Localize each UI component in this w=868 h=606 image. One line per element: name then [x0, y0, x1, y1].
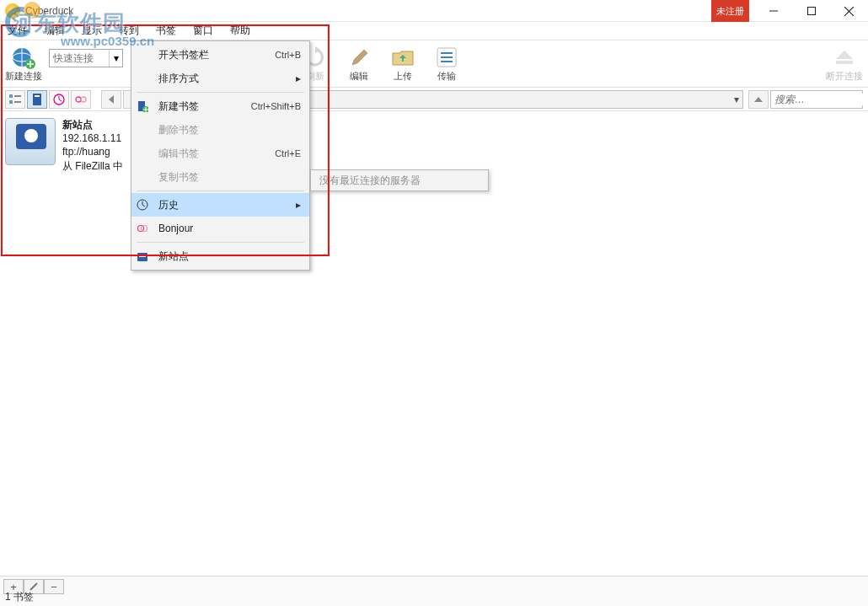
menu-toggle-bookmark-bar[interactable]: 开关书签栏 Ctrl+B — [131, 43, 309, 67]
menu-delete-bookmark: 删除书签 — [131, 118, 309, 142]
menu-file[interactable]: 文件 — [5, 22, 30, 40]
svg-rect-43 — [139, 255, 146, 257]
clock-icon — [137, 199, 152, 211]
bookmark-source: 从 FileZilla 中 — [62, 159, 123, 173]
svg-marker-30 — [109, 95, 114, 104]
bookmark-host: 192.168.1.11 — [62, 131, 123, 145]
bonjour-icon — [137, 223, 152, 234]
menu-history[interactable]: 历史 ▸ — [131, 193, 309, 217]
eject-icon — [831, 46, 858, 69]
menu-goto[interactable]: 转到 — [116, 22, 142, 40]
view-outline-button[interactable] — [5, 90, 25, 109]
app-icon — [5, 3, 20, 19]
history-submenu: 没有最近连接的服务器 — [310, 169, 489, 191]
bookmark-url: ftp://huang — [62, 145, 123, 158]
disconnect-button[interactable]: 断开连接 — [826, 46, 863, 83]
status-bar: + − 1 书签 — [0, 576, 868, 606]
quick-connect-dropdown[interactable]: ▾ — [109, 50, 122, 67]
svg-rect-22 — [14, 101, 21, 103]
new-connection-button[interactable]: 新建连接 — [5, 46, 42, 83]
edit-button[interactable]: 编辑 — [340, 46, 378, 83]
chevron-right-icon: ▸ — [296, 199, 301, 211]
quick-connect-input[interactable] — [50, 52, 109, 64]
menu-bonjour[interactable]: Bonjour — [131, 217, 309, 240]
svg-line-2 — [844, 7, 854, 16]
menu-bookmark[interactable]: 书签 — [153, 22, 179, 40]
svg-line-3 — [844, 7, 854, 16]
menu-help[interactable]: 帮助 — [228, 22, 253, 40]
svg-point-28 — [76, 97, 81, 102]
drive-icon — [5, 118, 56, 165]
svg-rect-19 — [9, 94, 13, 98]
menu-bar: 文件 编辑 显示 转到 书签 窗口 帮助 — [0, 22, 868, 40]
folder-up-icon — [389, 46, 416, 69]
nav-up-button[interactable] — [748, 90, 769, 109]
menu-new-site[interactable]: 新站点 — [131, 244, 309, 268]
svg-rect-20 — [14, 95, 21, 97]
quick-connect[interactable]: ▾ — [49, 49, 123, 67]
menu-window[interactable]: 窗口 — [190, 22, 216, 40]
svg-rect-21 — [9, 100, 13, 104]
svg-marker-11 — [352, 50, 367, 65]
bookmark-menu: 开关书签栏 Ctrl+B 排序方式 ▸ 新建书签 Ctrl+Shift+B 删除… — [131, 40, 310, 271]
search-box[interactable]: 🔍 — [770, 90, 863, 109]
globe-plus-icon — [10, 46, 37, 69]
chevron-right-icon: ▸ — [296, 72, 301, 84]
svg-line-44 — [30, 583, 37, 590]
search-input[interactable] — [774, 94, 868, 105]
svg-rect-1 — [807, 8, 815, 15]
chevron-down-icon: ▾ — [734, 94, 739, 105]
bookmark-name: 新站点 — [62, 118, 123, 131]
svg-marker-17 — [836, 51, 853, 59]
menu-edit[interactable]: 编辑 — [42, 22, 67, 40]
svg-point-29 — [81, 97, 86, 102]
svg-rect-18 — [836, 61, 853, 64]
maximize-button[interactable] — [792, 0, 830, 22]
view-bookmark-button[interactable] — [27, 90, 47, 109]
status-text: 1 书签 — [5, 590, 34, 604]
app-title: Cyberduck — [25, 5, 73, 17]
remove-button[interactable]: − — [44, 579, 64, 594]
transfer-button[interactable]: 传输 — [428, 46, 465, 83]
svg-line-27 — [59, 99, 62, 101]
nav-back-button[interactable] — [101, 90, 121, 109]
list-icon — [433, 46, 460, 69]
title-bar: Cyberduck 未注册 — [0, 0, 868, 22]
menu-edit-bookmark: 编辑书签 Ctrl+E — [131, 142, 309, 165]
close-button[interactable] — [830, 0, 868, 22]
drive-icon — [137, 250, 152, 262]
svg-marker-32 — [754, 97, 763, 102]
view-bonjour-button[interactable] — [71, 90, 91, 109]
unregistered-badge[interactable]: 未注册 — [711, 0, 749, 22]
menu-new-bookmark[interactable]: 新建书签 Ctrl+Shift+B — [131, 94, 309, 118]
view-history-button[interactable] — [49, 90, 69, 109]
pencil-icon — [346, 46, 372, 69]
upload-button[interactable]: 上传 — [384, 46, 421, 83]
menu-sort[interactable]: 排序方式 ▸ — [131, 67, 309, 90]
bookmark-item[interactable]: 新站点 192.168.1.11 ftp://huang 从 FileZilla… — [5, 118, 123, 173]
menu-copy-bookmark: 复制书签 — [131, 165, 309, 189]
history-empty-label: 没有最近连接的服务器 — [319, 174, 421, 188]
menu-view[interactable]: 显示 — [79, 22, 104, 40]
svg-rect-24 — [35, 95, 40, 97]
bookmark-plus-icon — [137, 100, 152, 112]
svg-line-39 — [142, 205, 145, 206]
minimize-button[interactable] — [754, 0, 792, 22]
